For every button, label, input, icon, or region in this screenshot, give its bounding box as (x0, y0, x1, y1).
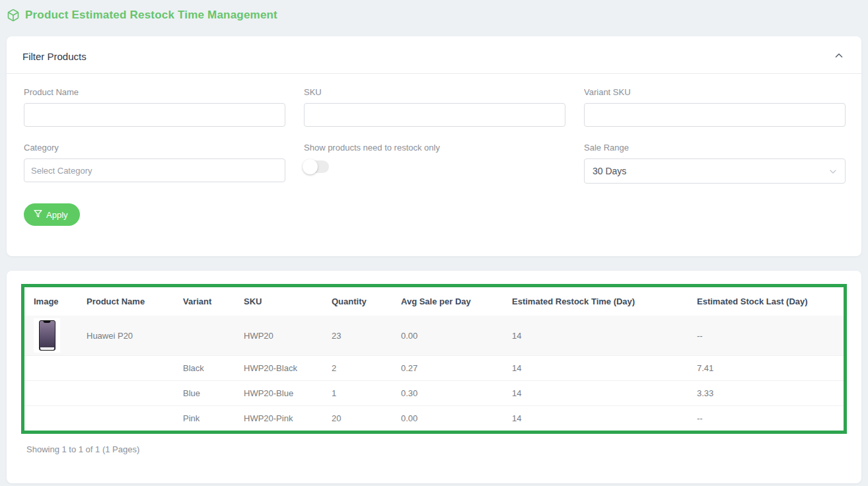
restock-time-cell: 14 (503, 356, 688, 381)
restock-toggle-label: Show products need to restock only (304, 143, 565, 153)
variant-cell: Black (174, 356, 235, 381)
restock-only-toggle[interactable] (304, 160, 329, 173)
avg-sale-cell: 0.00 (392, 316, 503, 356)
page-title: Product Estimated Restock Time Managemen… (25, 9, 277, 22)
filter-card: Filter Products Product Name SKU Variant… (7, 36, 861, 256)
table-row: Pink HWP20-Pink 20 0.00 14 -- (24, 406, 844, 431)
filter-funnel-icon (34, 209, 42, 220)
pagination-summary: Showing 1 to 1 of 1 (1 Pages) (15, 434, 853, 454)
product-image-cell (24, 356, 77, 381)
toggle-knob (303, 159, 318, 174)
huawei-p20-thumbnail (39, 320, 55, 351)
restock-time-cell: 14 (503, 406, 688, 431)
chevron-down-icon (828, 166, 838, 177)
product-name-cell (77, 356, 174, 381)
col-variant: Variant (174, 287, 235, 316)
col-product-name: Product Name (77, 287, 174, 316)
table-row: Black HWP20-Black 2 0.27 14 7.41 (24, 356, 844, 381)
col-avg-sale: Avg Sale per Day (392, 287, 503, 316)
package-icon (7, 9, 20, 22)
sale-range-field-group: Sale Range 30 Days (584, 143, 846, 184)
product-name-cell: Huawei P20 (77, 316, 174, 356)
sale-range-select[interactable]: 30 Days (584, 158, 846, 184)
quantity-cell: 1 (322, 381, 392, 406)
quantity-cell: 20 (322, 406, 392, 431)
table-row: Blue HWP20-Blue 1 0.30 14 3.33 (24, 381, 844, 406)
chevron-up-icon (833, 53, 845, 63)
product-name-cell (77, 406, 174, 431)
variant-cell: Blue (174, 381, 235, 406)
collapse-filter-button[interactable] (832, 50, 846, 63)
col-restock-time: Estimated Restock Time (Day) (503, 287, 688, 316)
restock-table: Image Product Name Variant SKU Quantity … (24, 287, 844, 431)
stock-last-cell: -- (688, 406, 844, 431)
stock-last-cell: 3.33 (688, 381, 844, 406)
filter-card-header: Filter Products (7, 36, 861, 74)
product-name-cell (77, 381, 174, 406)
category-input[interactable] (24, 158, 285, 182)
sku-cell: HWP20-Black (235, 356, 322, 381)
quantity-cell: 23 (322, 316, 392, 356)
sku-cell: HWP20-Blue (235, 381, 322, 406)
filter-card-title: Filter Products (22, 51, 87, 62)
variant-cell: Pink (174, 406, 235, 431)
avg-sale-cell: 0.30 (392, 381, 503, 406)
product-image-cell (24, 381, 77, 406)
product-image (34, 318, 60, 353)
sku-input[interactable] (304, 103, 565, 127)
col-stock-last: Estimated Stock Last (Day) (688, 287, 844, 316)
sku-cell: HWP20 (235, 316, 322, 356)
restock-table-card: Image Product Name Variant SKU Quantity … (7, 271, 861, 483)
apply-button-label: Apply (46, 210, 68, 220)
sku-cell: HWP20-Pink (235, 406, 322, 431)
variant-sku-label: Variant SKU (584, 87, 846, 97)
col-sku: SKU (235, 287, 322, 316)
avg-sale-cell: 0.00 (392, 406, 503, 431)
stock-last-cell: 7.41 (688, 356, 844, 381)
filter-body: Product Name SKU Variant SKU Category Sh… (7, 74, 861, 256)
table-header-row: Image Product Name Variant SKU Quantity … (24, 287, 844, 316)
sku-field-group: SKU (304, 87, 565, 127)
variant-sku-input[interactable] (584, 103, 846, 127)
col-quantity: Quantity (322, 287, 392, 316)
product-image-cell (24, 316, 77, 356)
apply-button[interactable]: Apply (24, 203, 80, 226)
sale-range-label: Sale Range (584, 143, 846, 153)
restock-time-cell: 14 (503, 316, 688, 356)
product-name-label: Product Name (24, 87, 285, 97)
product-name-field-group: Product Name (24, 87, 285, 127)
variant-sku-field-group: Variant SKU (584, 87, 846, 127)
table-highlight-border: Image Product Name Variant SKU Quantity … (21, 284, 847, 434)
sku-label: SKU (304, 87, 565, 97)
stock-last-cell: -- (688, 316, 844, 356)
restock-time-cell: 14 (503, 381, 688, 406)
restock-toggle-group: Show products need to restock only (304, 143, 565, 184)
table-row: Huawei P20 HWP20 23 0.00 14 -- (24, 316, 844, 356)
col-image: Image (24, 287, 77, 316)
sale-range-value: 30 Days (593, 166, 626, 176)
quantity-cell: 2 (322, 356, 392, 381)
variant-cell (174, 316, 235, 356)
category-field-group: Category (24, 143, 285, 184)
page-header: Product Estimated Restock Time Managemen… (0, 0, 868, 30)
category-label: Category (24, 143, 285, 153)
product-image-cell (24, 406, 77, 431)
product-name-input[interactable] (24, 103, 285, 127)
avg-sale-cell: 0.27 (392, 356, 503, 381)
